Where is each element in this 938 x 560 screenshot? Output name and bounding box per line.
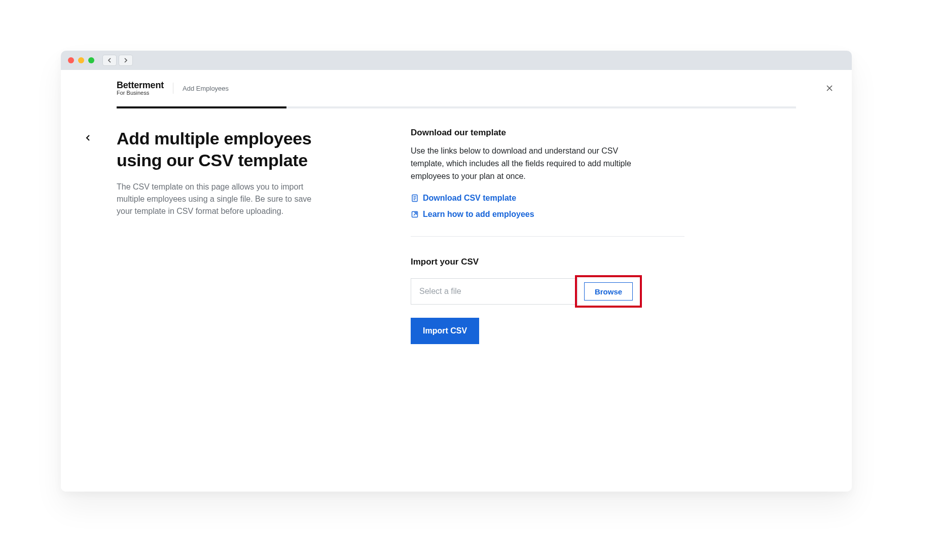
chevron-left-icon	[107, 58, 112, 63]
brand-name: Betterment	[117, 81, 164, 90]
window-controls	[68, 57, 94, 63]
section-divider	[411, 236, 684, 237]
learn-how-link[interactable]: Learn how to add employees	[411, 210, 684, 219]
browser-back-button[interactable]	[102, 55, 117, 66]
close-window-dot[interactable]	[68, 57, 74, 63]
download-section-desc: Use the links below to download and unde…	[411, 145, 649, 182]
browser-nav-buttons	[102, 55, 133, 66]
browser-window: Betterment For Business Add Employees	[61, 51, 852, 492]
back-button[interactable]	[81, 131, 95, 145]
page-subtitle: The CSV template on this page allows you…	[117, 181, 319, 217]
breadcrumb: Add Employees	[183, 85, 229, 92]
close-button[interactable]	[822, 81, 837, 95]
import-csv-button[interactable]: Import CSV	[411, 318, 479, 344]
browser-chrome	[61, 51, 852, 70]
browse-button[interactable]: Browse	[584, 282, 633, 301]
header-divider	[173, 83, 173, 94]
document-icon	[411, 194, 419, 202]
brand-subtitle: For Business	[117, 90, 164, 96]
close-icon	[826, 85, 833, 92]
brand-logo[interactable]: Betterment For Business	[117, 81, 164, 96]
page-content: Betterment For Business Add Employees	[61, 70, 852, 492]
external-link-icon	[411, 210, 419, 218]
maximize-window-dot[interactable]	[88, 57, 94, 63]
file-select-row: Select a file Browse	[411, 278, 639, 305]
page-header: Betterment For Business Add Employees	[61, 70, 852, 106]
download-csv-template-link[interactable]: Download CSV template	[411, 194, 684, 203]
page-title: Add multiple employees using our CSV tem…	[117, 128, 330, 171]
chevron-right-icon	[123, 58, 128, 63]
download-csv-template-label: Download CSV template	[423, 194, 516, 203]
import-section-title: Import your CSV	[411, 257, 684, 267]
learn-how-label: Learn how to add employees	[423, 210, 534, 219]
file-input[interactable]: Select a file	[411, 278, 578, 305]
browser-forward-button[interactable]	[119, 55, 133, 66]
progress-fill	[117, 106, 286, 108]
chevron-left-icon	[85, 134, 92, 141]
progress-bar	[117, 106, 796, 108]
svg-line-7	[414, 213, 417, 216]
download-section-title: Download our template	[411, 128, 684, 138]
minimize-window-dot[interactable]	[78, 57, 84, 63]
